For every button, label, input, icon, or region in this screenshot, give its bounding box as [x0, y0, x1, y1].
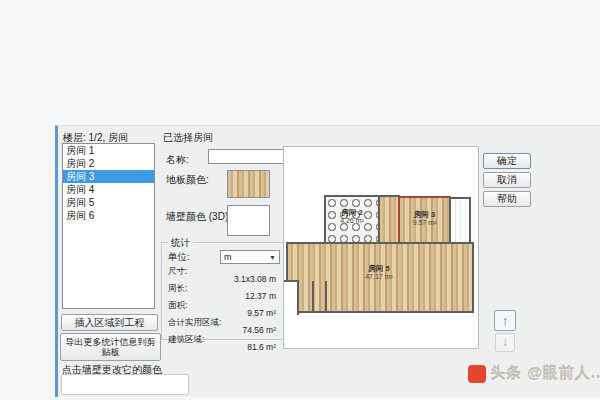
room-list[interactable]: 房间 1 房间 2 房间 3 房间 4 房间 5 房间 6	[62, 143, 155, 309]
plan-room-large[interactable]	[286, 242, 474, 313]
statistics-group: 统计 单位: m ▼ 尺寸: 3.1x3.08 m 周长: 12.37 m	[161, 242, 286, 340]
floor-color-swatch[interactable]	[227, 170, 270, 198]
unit-select[interactable]: m ▼	[220, 250, 280, 264]
modify-rooms-dialog: 楼层: 1/2, 房间 房间 1 房间 2 房间 3 房间 4 房间 5 房间 …	[55, 125, 600, 397]
wall-color-strip[interactable]	[61, 374, 189, 395]
toutiao-logo-icon	[468, 365, 486, 383]
arrow-up-icon: ↑	[502, 313, 509, 328]
stat-row-total-usable-area: 合计实用区域: 74.56 m²	[168, 318, 280, 334]
room-list-item[interactable]: 房间 2	[63, 157, 154, 170]
help-button[interactable]: 帮助	[483, 191, 531, 207]
stat-value: 9.57 m²	[168, 309, 280, 317]
floor-color-label: 地板颜色:	[166, 173, 209, 187]
room-list-item[interactable]: 房间 4	[63, 183, 154, 196]
plan-room-tiled[interactable]	[324, 195, 380, 244]
plan-wall-notch	[284, 280, 299, 315]
selected-room-group-title: 已选择房间	[163, 131, 213, 145]
watermark: 头条 @眼前人...	[468, 364, 600, 383]
unit-label: 单位:	[168, 251, 190, 264]
room-list-item[interactable]: 房间 6	[63, 209, 154, 222]
ok-button[interactable]: 确定	[483, 153, 531, 169]
export-stats-button[interactable]: 导出更多统计信息到剪贴板	[60, 333, 161, 361]
insert-area-button[interactable]: 插入区域到工程	[61, 314, 158, 331]
wall-color-label: 墙壁颜色 (3D):	[166, 210, 231, 224]
stat-value: 3.1x3.08 m	[168, 275, 280, 283]
watermark-text: 头条 @眼前人...	[490, 364, 600, 383]
stat-value: 12.37 m	[168, 292, 280, 300]
move-up-button[interactable]: ↑	[494, 310, 516, 331]
plan-stub-wall	[312, 281, 314, 311]
plan-room-selected[interactable]	[398, 196, 451, 246]
watermark-handle: @眼前人...	[527, 364, 600, 381]
wall-color-swatch[interactable]	[227, 205, 270, 236]
room-list-item[interactable]: 房间 1	[63, 144, 154, 157]
stat-value: 74.56 m²	[168, 326, 280, 334]
plan-room-hall[interactable]	[378, 195, 400, 244]
room-list-item-selected[interactable]: 房间 3	[63, 170, 154, 183]
unit-select-value: m	[224, 252, 232, 262]
stat-row-building-area: 建筑区域: 81.6 m²	[168, 335, 280, 351]
move-down-button[interactable]: ↓	[495, 333, 515, 352]
name-label: 名称:	[166, 153, 189, 167]
chevron-down-icon: ▼	[269, 254, 276, 261]
stat-row-perimeter: 周长: 12.37 m	[168, 284, 280, 300]
watermark-brand: 头条	[490, 364, 522, 381]
screen: 楼层: 1/2, 房间 房间 1 房间 2 房间 3 房间 4 房间 5 房间 …	[0, 0, 600, 400]
arrow-down-icon: ↓	[502, 335, 508, 349]
plan-stub-wall	[325, 281, 327, 311]
room-list-item[interactable]: 房间 5	[63, 196, 154, 209]
cancel-button[interactable]: 取消	[483, 172, 531, 188]
plan-room-white[interactable]	[449, 197, 471, 246]
stat-row-area: 面积: 9.57 m²	[168, 301, 280, 317]
room-name-input[interactable]	[208, 149, 284, 164]
stat-row-dimensions: 尺寸: 3.1x3.08 m	[168, 267, 280, 283]
floor-plan-preview[interactable]: 房间 2 4.26 m² 房间 3 9.57 m² 房间 5 47.17 m²	[283, 146, 479, 349]
stat-value: 81.6 m²	[168, 343, 280, 351]
